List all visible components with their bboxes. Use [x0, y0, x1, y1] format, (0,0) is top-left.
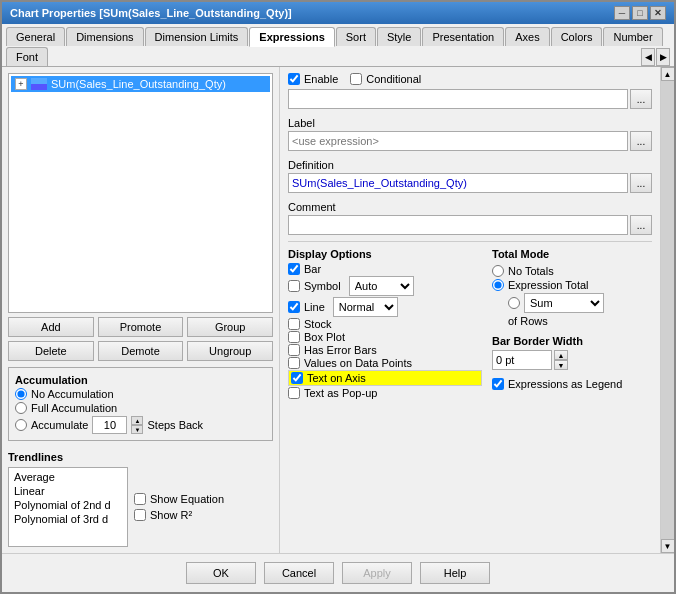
conditional-ellipsis[interactable]: ... — [630, 89, 652, 109]
label-section: Label ... — [288, 117, 652, 151]
window-title: Chart Properties [SUm(Sales_Line_Outstan… — [10, 7, 292, 19]
enable-checkbox[interactable] — [288, 73, 300, 85]
scroll-track[interactable] — [661, 81, 674, 539]
trendlines-section: Trendlines Average Linear Polynomial of … — [8, 449, 273, 547]
expressions-legend-checkbox[interactable] — [492, 378, 504, 390]
steps-input[interactable] — [92, 416, 127, 434]
box-plot-label: Box Plot — [304, 331, 345, 343]
expression-total-label: Expression Total — [508, 279, 589, 291]
accumulation-title: Accumulation — [15, 374, 266, 386]
definition-input-row: ... — [288, 173, 652, 193]
tab-sort[interactable]: Sort — [336, 27, 376, 46]
demote-button[interactable]: Demote — [98, 341, 184, 361]
text-on-axis-label: Text on Axis — [307, 372, 366, 384]
stock-label: Stock — [304, 318, 332, 330]
stock-checkbox[interactable] — [288, 318, 300, 330]
conditional-checkbox[interactable] — [350, 73, 362, 85]
promote-button[interactable]: Promote — [98, 317, 184, 337]
text-on-axis-checkbox[interactable] — [291, 372, 303, 384]
label-title: Label — [288, 117, 652, 129]
tab-general[interactable]: General — [6, 27, 65, 46]
conditional-input[interactable] — [288, 89, 628, 109]
scroll-up-arrow[interactable]: ▲ — [661, 67, 675, 81]
comment-input[interactable] — [288, 215, 628, 235]
full-accumulation-option: Full Accumulation — [15, 402, 266, 414]
definition-input[interactable] — [288, 173, 628, 193]
help-button[interactable]: Help — [420, 562, 490, 584]
bar-label: Bar — [304, 263, 321, 275]
show-equation-checkbox[interactable] — [134, 493, 146, 505]
tab-axes[interactable]: Axes — [505, 27, 549, 46]
expression-list[interactable]: + SUm(Sales_Line_Outstanding_Qty) — [8, 73, 273, 313]
bar-border-section: Bar Border Width ▲ ▼ — [492, 335, 652, 370]
scroll-down-arrow[interactable]: ▼ — [661, 539, 675, 553]
label-input[interactable] — [288, 131, 628, 151]
accumulate-radio[interactable] — [15, 419, 27, 431]
tab-colors[interactable]: Colors — [551, 27, 603, 46]
tab-style[interactable]: Style — [377, 27, 421, 46]
trendlines-list[interactable]: Average Linear Polynomial of 2nd d Polyn… — [8, 467, 128, 547]
tab-font[interactable]: Font — [6, 47, 48, 66]
cancel-button[interactable]: Cancel — [264, 562, 334, 584]
tab-dimensions[interactable]: Dimensions — [66, 27, 143, 46]
steps-down[interactable]: ▼ — [131, 425, 143, 434]
expression-total-radio[interactable] — [492, 279, 504, 291]
label-ellipsis[interactable]: ... — [630, 131, 652, 151]
definition-ellipsis[interactable]: ... — [630, 173, 652, 193]
bar-border-input[interactable] — [492, 350, 552, 370]
bar-checkbox[interactable] — [288, 263, 300, 275]
symbol-select[interactable]: Auto — [349, 276, 414, 296]
apply-button[interactable]: Apply — [342, 562, 412, 584]
trend-poly3[interactable]: Polynomial of 3rd d — [11, 512, 125, 526]
no-totals-radio[interactable] — [492, 265, 504, 277]
text-popup-checkbox[interactable] — [288, 387, 300, 399]
display-options-title: Display Options — [288, 248, 482, 260]
trend-poly2[interactable]: Polynomial of 2nd d — [11, 498, 125, 512]
scrollbar-right: ▲ ▼ — [660, 67, 674, 553]
trend-average[interactable]: Average — [11, 470, 125, 484]
line-option: Line Normal — [288, 297, 482, 317]
symbol-option: Symbol Auto — [288, 276, 482, 296]
comment-ellipsis[interactable]: ... — [630, 215, 652, 235]
left-panel: + SUm(Sales_Line_Outstanding_Qty) Add Pr… — [2, 67, 280, 553]
tab-number[interactable]: Number — [603, 27, 662, 46]
tab-nav-left[interactable]: ◀ — [641, 48, 655, 66]
bar-border-up[interactable]: ▲ — [554, 350, 568, 360]
values-checkbox[interactable] — [288, 357, 300, 369]
group-button[interactable]: Group — [187, 317, 273, 337]
ungroup-button[interactable]: Ungroup — [187, 341, 273, 361]
tab-nav-right[interactable]: ▶ — [656, 48, 670, 66]
line-checkbox[interactable] — [288, 301, 300, 313]
no-totals-option: No Totals — [492, 265, 652, 277]
symbol-checkbox[interactable] — [288, 280, 300, 292]
maximize-button[interactable]: □ — [632, 6, 648, 20]
expand-button[interactable]: + — [15, 78, 27, 90]
show-r2-checkbox[interactable] — [134, 509, 146, 521]
sum-select[interactable]: Sum — [524, 293, 604, 313]
line-select[interactable]: Normal — [333, 297, 398, 317]
trendlines-title: Trendlines — [8, 451, 273, 463]
box-plot-checkbox[interactable] — [288, 331, 300, 343]
expression-total-option: Expression Total — [492, 279, 652, 291]
minimize-button[interactable]: ─ — [614, 6, 630, 20]
bar-border-down[interactable]: ▼ — [554, 360, 568, 370]
right-col: Total Mode No Totals Expression Total — [492, 248, 652, 400]
tab-expressions[interactable]: Expressions — [249, 27, 334, 47]
expression-item[interactable]: + SUm(Sales_Line_Outstanding_Qty) — [11, 76, 270, 92]
tab-dimension-limits[interactable]: Dimension Limits — [145, 27, 249, 46]
bar-border-title: Bar Border Width — [492, 335, 652, 347]
error-bars-checkbox[interactable] — [288, 344, 300, 356]
sum-radio[interactable] — [508, 297, 520, 309]
full-accumulation-radio[interactable] — [15, 402, 27, 414]
tab-presentation[interactable]: Presentation — [422, 27, 504, 46]
steps-up[interactable]: ▲ — [131, 416, 143, 425]
no-accumulation-radio[interactable] — [15, 388, 27, 400]
close-button[interactable]: ✕ — [650, 6, 666, 20]
divider — [288, 241, 652, 242]
ok-button[interactable]: OK — [186, 562, 256, 584]
values-label: Values on Data Points — [304, 357, 412, 369]
trend-linear[interactable]: Linear — [11, 484, 125, 498]
comment-title: Comment — [288, 201, 652, 213]
delete-button[interactable]: Delete — [8, 341, 94, 361]
add-button[interactable]: Add — [8, 317, 94, 337]
